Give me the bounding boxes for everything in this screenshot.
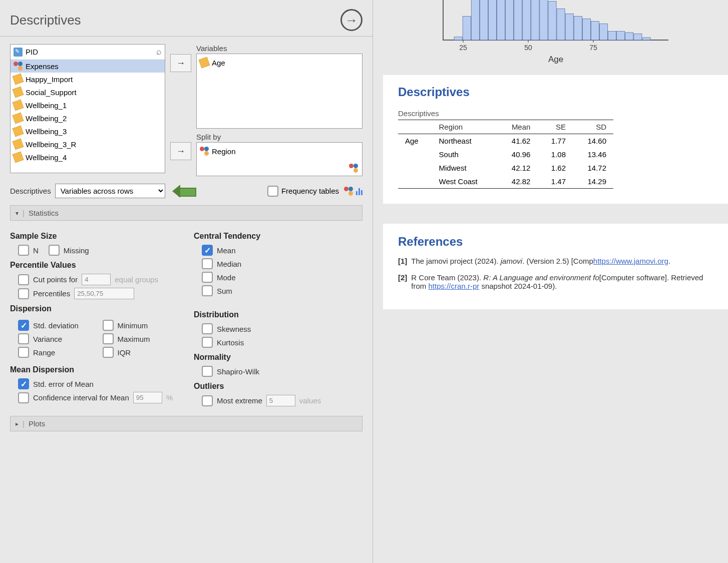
references-title: References — [398, 235, 718, 249]
variable-list[interactable]: ⌕ ExpensesHappy_ImportSocial_SupportWell… — [10, 44, 165, 173]
median-checkbox[interactable] — [202, 258, 213, 269]
variable-name: Social_Support — [26, 88, 77, 97]
references-section: References [1]The jamovi project (2024).… — [383, 224, 728, 309]
list-item[interactable]: Expenses — [11, 60, 165, 73]
dispersion-title: Dispersion — [10, 304, 179, 313]
variance-checkbox[interactable] — [18, 333, 29, 344]
variables-target[interactable]: Age — [196, 54, 362, 129]
chevron-down-icon: ▾ — [16, 210, 19, 217]
median-label: Median — [217, 260, 241, 268]
mean-checkbox[interactable] — [202, 245, 213, 256]
minimum-checkbox[interactable] — [103, 320, 114, 331]
svg-rect-10 — [531, 0, 539, 40]
continuous-icon — [12, 138, 24, 150]
frequency-tables-checkbox[interactable] — [267, 186, 278, 197]
iqr-checkbox[interactable] — [103, 347, 114, 358]
variable-name: Expenses — [26, 62, 59, 71]
missing-checkbox[interactable] — [49, 245, 60, 256]
search-icon[interactable]: ⌕ — [156, 47, 162, 57]
shapiro-checkbox[interactable] — [202, 366, 213, 377]
list-item[interactable]: Wellbeing_2 — [11, 112, 165, 125]
reference-link[interactable]: https://cran.r-pr — [429, 282, 480, 290]
nominal-icon — [200, 147, 209, 156]
normality-title: Normality — [194, 353, 362, 362]
svg-text:25: 25 — [459, 44, 467, 52]
mean-label: Mean — [217, 246, 236, 255]
maximum-checkbox[interactable] — [103, 333, 114, 344]
variable-name: Wellbeing_3 — [26, 127, 67, 136]
variable-name: Wellbeing_3_R — [26, 140, 76, 149]
list-item[interactable]: Wellbeing_1 — [11, 99, 165, 112]
statistics-section-toggle[interactable]: ▾ | Statistics — [10, 205, 362, 221]
continuous-icon — [12, 73, 24, 85]
variable-name: Wellbeing_2 — [26, 114, 67, 123]
assigned-variable[interactable]: Age — [200, 57, 359, 68]
sum-checkbox[interactable] — [202, 285, 213, 296]
layout-select[interactable]: Variables across rows — [55, 184, 165, 198]
assign-variable-button[interactable]: → — [170, 54, 191, 72]
cutpoints-checkbox[interactable] — [18, 274, 29, 285]
list-item[interactable]: Wellbeing_3 — [11, 125, 165, 138]
svg-rect-1 — [454, 37, 462, 40]
mode-checkbox[interactable] — [202, 272, 213, 283]
svg-rect-5 — [488, 0, 496, 40]
variable-name: Wellbeing_4 — [26, 153, 67, 162]
missing-label: Missing — [64, 246, 89, 255]
assigned-variable[interactable]: Region — [200, 146, 359, 157]
descriptives-layout-label: Descriptives — [10, 187, 51, 195]
percentiles-label: Percentiles — [33, 289, 70, 298]
skewness-label: Skewness — [217, 325, 251, 333]
frequency-tables-label: Frequency tables — [281, 187, 339, 195]
range-label: Range — [33, 348, 55, 357]
continuous-icon — [12, 86, 24, 98]
variable-search-input[interactable] — [26, 48, 156, 56]
svg-rect-18 — [600, 24, 608, 41]
n-checkbox[interactable] — [18, 245, 29, 256]
list-item[interactable]: Social_Support — [11, 86, 165, 99]
ci-unit: % — [166, 393, 173, 402]
svg-rect-8 — [514, 0, 522, 40]
continuous-icon — [12, 151, 24, 163]
mode-label: Mode — [217, 273, 236, 282]
iqr-label: IQR — [118, 348, 131, 357]
maximum-label: Maximum — [118, 335, 150, 343]
list-item[interactable]: Wellbeing_3_R — [11, 138, 165, 151]
ci-input[interactable] — [133, 392, 162, 403]
reference-link[interactable]: https://www.jamovi.org — [593, 257, 668, 265]
svg-rect-21 — [625, 33, 633, 40]
ordinal-bars-icon — [356, 187, 362, 195]
stddev-checkbox[interactable] — [18, 320, 29, 331]
skewness-checkbox[interactable] — [202, 323, 213, 334]
assign-splitby-button[interactable]: → — [170, 142, 191, 160]
stderror-label: Std. error of Mean — [33, 380, 94, 388]
svg-rect-4 — [480, 0, 488, 40]
svg-rect-23 — [642, 38, 650, 40]
percentiles-input[interactable] — [74, 288, 134, 299]
stderror-checkbox[interactable] — [18, 378, 29, 389]
mostextreme-input[interactable] — [266, 395, 295, 406]
nominal-icon — [344, 187, 353, 196]
list-item[interactable]: Happy_Import — [11, 73, 165, 86]
list-item[interactable]: Wellbeing_4 — [11, 151, 165, 164]
kurtosis-checkbox[interactable] — [202, 337, 213, 348]
svg-rect-6 — [497, 0, 505, 40]
panel-title: Descriptives — [10, 13, 81, 28]
svg-rect-19 — [608, 32, 616, 41]
splitby-target[interactable]: Region — [196, 142, 362, 176]
equal-groups-label: equal groups — [115, 275, 158, 284]
chevron-right-icon: ▸ — [16, 420, 19, 427]
percentiles-checkbox[interactable] — [18, 288, 29, 299]
plots-section-label: Plots — [29, 419, 45, 428]
nominal-type-icon — [349, 164, 358, 173]
id-icon — [14, 48, 23, 57]
ci-checkbox[interactable] — [18, 392, 29, 403]
plots-section-toggle[interactable]: ▸ | Plots — [10, 416, 362, 431]
range-checkbox[interactable] — [18, 347, 29, 358]
outliers-title: Outliers — [194, 382, 362, 391]
svg-rect-2 — [463, 17, 471, 41]
cutpoints-input[interactable] — [82, 274, 111, 285]
mostextreme-checkbox[interactable] — [202, 395, 213, 406]
variance-label: Variance — [33, 335, 62, 343]
collapse-arrow-icon[interactable]: → — [340, 9, 362, 31]
cutpoints-label: Cut points for — [33, 275, 78, 284]
